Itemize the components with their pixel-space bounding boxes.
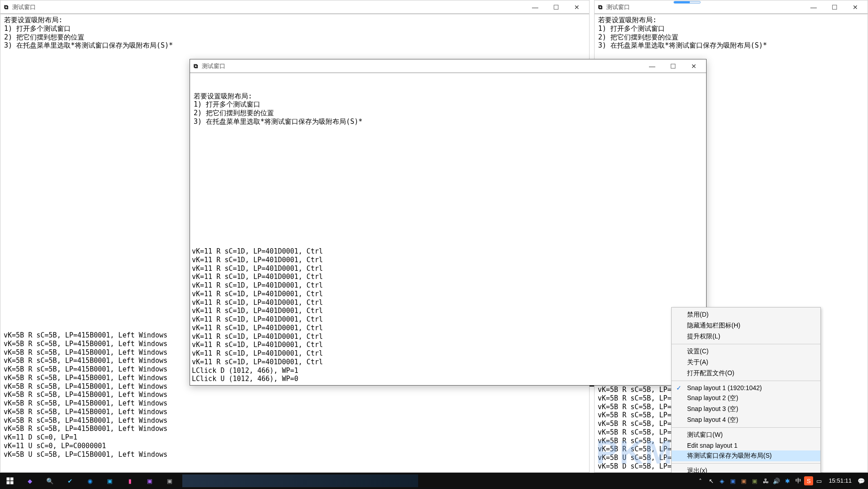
tray-volume-icon[interactable]: 🔊 — [771, 473, 781, 489]
titlebar[interactable]: ⧉ 测试窗口 — ☐ ✕ — [595, 0, 868, 14]
start-button[interactable] — [0, 473, 20, 489]
app-icon: ⧉ — [596, 4, 604, 11]
tray-ime-icon[interactable]: 中 — [793, 473, 803, 489]
menu-item[interactable]: Snap layout 3 (空) — [672, 404, 820, 415]
taskbar-app-terminal-icon[interactable]: ▣ — [160, 473, 180, 489]
menu-separator — [672, 381, 820, 381]
test-window-front[interactable]: ⧉ 测试窗口 — ☐ ✕ 若要设置吸附布局: 1) 打开多个测试窗口 2) 把它… — [190, 59, 707, 386]
system-tray[interactable]: ˄ ↖ ◈ ▣ ▣ ▣ 🖧 🔊 ✱ 中 S ▭ 15:51:11 💬 — [695, 473, 868, 489]
taskbar-running-group[interactable] — [182, 474, 418, 487]
tray-cursor-icon[interactable]: ↖ — [706, 473, 716, 489]
tray-sogou-icon[interactable]: S — [804, 476, 813, 485]
taskbar-app-check-icon[interactable]: ✔ — [60, 473, 80, 489]
menu-separator — [672, 463, 820, 464]
key-log-left: vK=5B R sC=5B, LP=415B0001, Left Windows… — [4, 331, 167, 459]
tray-network-icon[interactable]: 🖧 — [761, 473, 770, 489]
maximize-button[interactable]: ☐ — [824, 0, 845, 14]
menu-separator — [672, 427, 820, 428]
taskbar-app-pink-icon[interactable]: ▮ — [120, 473, 140, 489]
app-icon: ⧉ — [192, 63, 199, 70]
key-log-right: vK=5B R sC=5B, LP= vK=5B R sC=5B, LP= vK… — [598, 386, 672, 471]
taskbar-clock[interactable]: 15:51:11 — [825, 478, 855, 484]
titlebar[interactable]: ⧉ 测试窗口 — ☐ ✕ — [190, 59, 706, 73]
tray-context-menu[interactable]: 禁用(D)隐藏通知栏图标(H)提升权限(L)设置(C)关于(A)打开配置文件(O… — [671, 307, 821, 479]
menu-item[interactable]: Snap layout 2 (空) — [672, 393, 820, 404]
svg-rect-3 — [7, 481, 10, 484]
menu-item[interactable]: 隐藏通知栏图标(H) — [672, 320, 820, 331]
tray-notifications-icon[interactable]: 💬 — [856, 473, 866, 489]
svg-rect-1 — [7, 478, 10, 481]
menu-item[interactable]: 将测试窗口保存为吸附布局(S) — [672, 450, 820, 461]
key-log: vK=11 R sC=1D, LP=401D0001, Ctrl vK=11 R… — [192, 247, 323, 383]
svg-rect-2 — [10, 478, 14, 481]
menu-item[interactable]: 打开配置文件(O) — [672, 368, 820, 379]
close-button[interactable]: ✕ — [566, 0, 587, 14]
taskbar[interactable]: ◆ 🔍 ✔ ◉ ▣ ▮ ▣ ▣ ˄ ↖ ◈ ▣ ▣ ▣ 🖧 🔊 ✱ 中 S ▭ … — [0, 473, 868, 489]
menu-item[interactable]: 提升权限(L) — [672, 331, 820, 342]
window-title: 测试窗口 — [606, 3, 630, 11]
taskbar-search-icon[interactable]: 🔍 — [40, 473, 60, 489]
svg-rect-4 — [10, 481, 14, 484]
tray-battery-icon[interactable]: ▭ — [814, 473, 824, 489]
app-icon: ⧉ — [2, 4, 10, 11]
taskbar-app-generic-icon[interactable]: ▣ — [100, 473, 120, 489]
maximize-button[interactable]: ☐ — [546, 0, 566, 14]
tray-chevron-up-icon[interactable]: ˄ — [695, 473, 705, 489]
tray-bluetooth-icon[interactable]: ✱ — [782, 473, 792, 489]
menu-separator — [672, 344, 820, 344]
instructions-text: 若要设置吸附布局: 1) 打开多个测试窗口 2) 把它们摆到想要的位置 3) 在… — [194, 92, 702, 126]
minimize-button[interactable]: — — [525, 0, 546, 14]
taskbar-app-obsidian-icon[interactable]: ◆ — [20, 473, 40, 489]
close-button[interactable]: ✕ — [683, 59, 704, 73]
window-title: 测试窗口 — [12, 3, 36, 11]
menu-item[interactable]: Snap layout 1 (1920:1042) — [672, 383, 820, 393]
minimize-button[interactable]: — — [642, 59, 663, 73]
tray-app-book-icon[interactable]: ▣ — [739, 473, 749, 489]
menu-item[interactable]: 关于(A) — [672, 357, 820, 368]
menu-item[interactable]: Edit snap layout 1 — [672, 440, 820, 450]
close-button[interactable]: ✕ — [845, 0, 866, 14]
window-content: 若要设置吸附布局: 1) 打开多个测试窗口 2) 把它们摆到想要的位置 3) 在… — [190, 73, 706, 385]
maximize-button[interactable]: ☐ — [663, 59, 683, 73]
title-progress-icon — [673, 1, 701, 4]
tray-app-blue-icon[interactable]: ▣ — [728, 473, 738, 489]
titlebar[interactable]: ⧉ 测试窗口 — ☐ ✕ — [0, 0, 589, 14]
menu-item[interactable]: Snap layout 4 (空) — [672, 415, 820, 425]
taskbar-app-purple-icon[interactable]: ▣ — [140, 473, 160, 489]
tray-shield-icon[interactable]: ◈ — [717, 473, 727, 489]
taskbar-app-browser-icon[interactable]: ◉ — [80, 473, 100, 489]
minimize-button[interactable]: — — [803, 0, 824, 14]
window-title: 测试窗口 — [202, 62, 225, 70]
menu-item[interactable]: 设置(C) — [672, 346, 820, 357]
menu-item[interactable]: 测试窗口(W) — [672, 430, 820, 440]
menu-item[interactable]: 禁用(D) — [672, 309, 820, 320]
tray-app-green-icon[interactable]: ▣ — [750, 473, 760, 489]
